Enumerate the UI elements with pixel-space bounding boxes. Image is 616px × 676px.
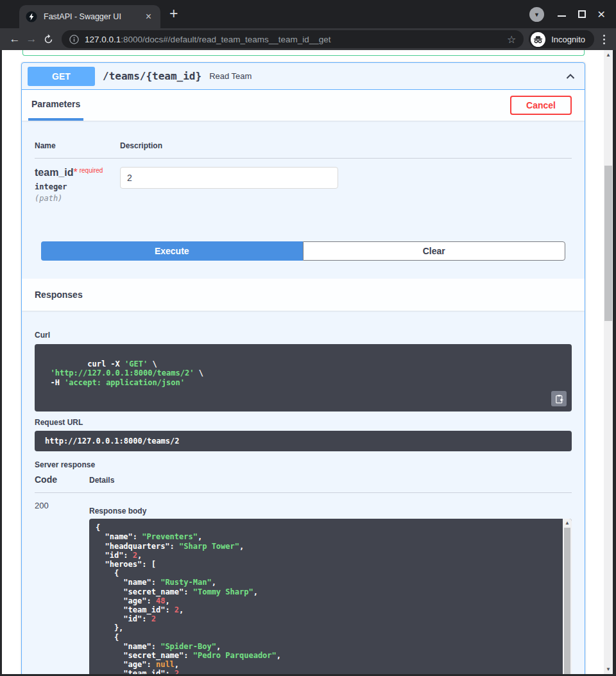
server-response-table: Code Details 200 Response body { "name":…: [35, 474, 572, 676]
response-body-label: Response body: [89, 493, 572, 516]
curl-command-block: curl -X 'GET' \ 'http://127.0.0.1:8000/t…: [35, 344, 572, 412]
scrollbar-thumb[interactable]: [564, 528, 570, 676]
window-close-button[interactable]: ×: [597, 6, 605, 22]
url-text[interactable]: 127.0.0.1:8000/docs#/default/read_team_t…: [85, 35, 502, 44]
previous-opblock-bottom-edge: [22, 50, 585, 56]
incognito-icon: [531, 32, 545, 47]
reload-button[interactable]: [40, 34, 56, 45]
table-row: team_id*required integer (path): [35, 159, 572, 234]
description-column-header: Description: [120, 141, 572, 150]
scroll-down-icon[interactable]: ▼: [604, 666, 613, 672]
tab-close-icon[interactable]: ×: [143, 12, 154, 22]
method-badge: GET: [28, 67, 95, 86]
code-column-header: Code: [35, 474, 89, 485]
swagger-page: GET /teams/{team_id} Read Team Parameter…: [0, 50, 616, 676]
browser-window: FastAPI - Swagger UI × + ▼ × ← → 127.0.0…: [0, 0, 616, 676]
incognito-badge: Incognito: [529, 30, 594, 48]
name-column-header: Name: [35, 141, 120, 150]
parameter-name-cell: team_id*required integer (path): [35, 167, 120, 203]
response-details-cell: Response body { "name": "Preventers", "h…: [89, 493, 572, 676]
operation-path: /teams/{team_id}: [103, 70, 201, 82]
request-url-label: Request URL: [35, 418, 572, 427]
copy-to-clipboard-button[interactable]: [551, 391, 567, 406]
responses-inner: Curl curl -X 'GET' \ 'http://127.0.0.1:8…: [22, 311, 585, 676]
execute-button[interactable]: Execute: [41, 241, 303, 261]
status-code: 200: [35, 493, 89, 676]
collapse-chevron-up-icon[interactable]: [564, 70, 577, 83]
scroll-up-icon[interactable]: ▲: [563, 520, 572, 526]
page-scrollbar[interactable]: ▲ ▼: [604, 50, 613, 674]
responses-section-header: Responses: [22, 279, 585, 311]
scroll-up-icon[interactable]: ▲: [604, 52, 613, 58]
parameter-location: (path): [35, 194, 120, 203]
operation-summary: Read Team: [209, 71, 252, 81]
new-tab-button[interactable]: +: [169, 6, 178, 21]
site-info-icon[interactable]: [69, 35, 79, 44]
bookmark-star-icon[interactable]: ☆: [507, 33, 516, 46]
responses-title: Responses: [35, 290, 83, 300]
address-bar[interactable]: 127.0.0.1:8000/docs#/default/read_team_t…: [62, 30, 524, 48]
opblock-get-read-team: GET /teams/{team_id} Read Team Parameter…: [21, 62, 585, 676]
curl-label: Curl: [35, 331, 50, 340]
parameters-section-header: Parameters Cancel: [22, 90, 585, 121]
maximize-button[interactable]: [578, 10, 586, 18]
cancel-button[interactable]: Cancel: [510, 96, 572, 115]
details-column-header: Details: [89, 476, 114, 485]
window-menu-caret-icon[interactable]: ▼: [529, 7, 544, 22]
tab-title: FastAPI - Swagger UI: [44, 12, 143, 21]
execute-wrapper: Execute Clear: [41, 241, 565, 279]
parameter-description-cell: [120, 167, 572, 203]
opblock-summary[interactable]: GET /teams/{team_id} Read Team: [22, 63, 585, 90]
response-body-json: { "name": "Preventers", "headquarters": …: [89, 519, 572, 676]
window-frame-right: [613, 50, 616, 676]
response-body-block: { "name": "Preventers", "headquarters": …: [89, 519, 572, 676]
browser-toolbar: ← → 127.0.0.1:8000/docs#/default/read_te…: [0, 28, 616, 50]
browser-menu-icon[interactable]: [598, 35, 610, 44]
browser-tab[interactable]: FastAPI - Swagger UI ×: [19, 5, 160, 28]
request-url-value: http://127.0.0.1:8000/teams/2: [35, 431, 572, 451]
server-response-table-header: Code Details: [35, 474, 572, 493]
tab-strip: FastAPI - Swagger UI × + ▼ ×: [0, 0, 616, 28]
minimize-button[interactable]: [558, 15, 566, 17]
server-response-label: Server response: [35, 460, 572, 469]
incognito-label: Incognito: [551, 35, 585, 44]
window-frame-left: [0, 50, 2, 676]
scrollbar-thumb[interactable]: [604, 166, 612, 321]
parameter-name: team_id: [35, 167, 73, 178]
back-button[interactable]: ←: [6, 31, 23, 48]
team-id-input[interactable]: [120, 167, 338, 189]
fastapi-favicon-icon: [26, 11, 37, 22]
clear-button[interactable]: Clear: [303, 241, 566, 261]
required-star: *: [73, 167, 77, 178]
curl-command-text: curl -X 'GET' \ 'http://127.0.0.1:8000/t…: [41, 360, 203, 386]
table-row: 200 Response body { "name": "Preventers"…: [35, 493, 572, 676]
parameter-type: integer: [35, 182, 120, 191]
parameters-table-header: Name Description: [35, 134, 572, 159]
response-body-scrollbar[interactable]: ▲: [563, 519, 572, 676]
required-label: required: [80, 167, 103, 174]
tab-parameters[interactable]: Parameters: [28, 90, 83, 121]
forward-button[interactable]: →: [23, 31, 40, 48]
parameters-table: Name Description team_id*required intege…: [22, 121, 585, 234]
